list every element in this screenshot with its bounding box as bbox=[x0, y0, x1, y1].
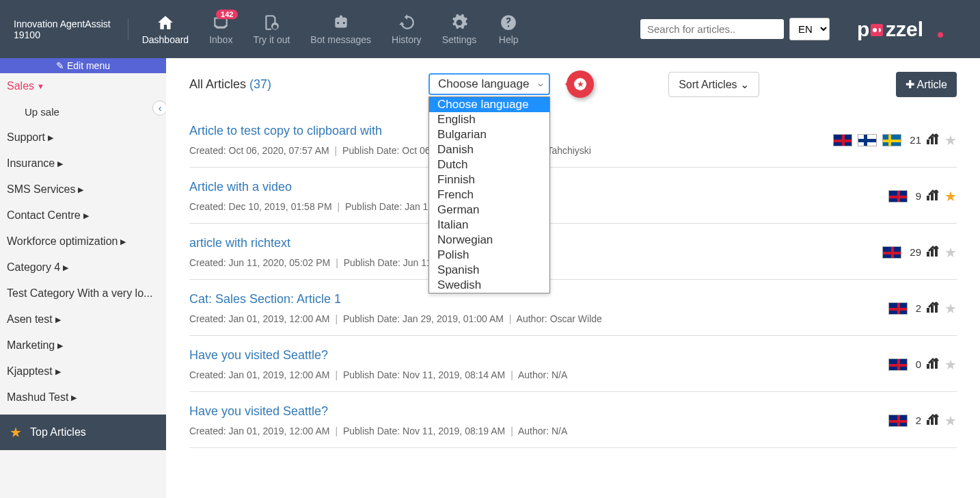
sidebar-item[interactable]: SMS Services▶ bbox=[0, 176, 166, 202]
gear-icon bbox=[448, 14, 471, 31]
svg-rect-21 bbox=[931, 417, 934, 425]
plus-icon: ✚ bbox=[906, 79, 917, 90]
chart-icon[interactable] bbox=[927, 358, 939, 371]
sidebar-item[interactable]: Up sale bbox=[0, 99, 166, 124]
nav-label: Try it out bbox=[253, 34, 290, 45]
svg-point-4 bbox=[938, 32, 943, 38]
sidebar-item[interactable]: Kjapptest▶ bbox=[0, 358, 166, 384]
view-count: 9 bbox=[916, 190, 921, 202]
sidebar-item[interactable]: Mashud Test▶ bbox=[0, 384, 166, 410]
language-option[interactable]: German bbox=[429, 202, 549, 218]
sidebar-item[interactable]: Test Category With a very lo... bbox=[0, 280, 166, 306]
article-stats: 2★ bbox=[888, 412, 957, 429]
search-input-wrap[interactable] bbox=[640, 19, 784, 39]
edit-menu-label: Edit menu bbox=[67, 60, 110, 71]
top-articles-label: Top Articles bbox=[30, 426, 86, 438]
sidebar-item[interactable]: Workforce optimization▶ bbox=[0, 228, 166, 254]
language-option[interactable]: English bbox=[429, 112, 549, 127]
brand-label: Innovation AgentAssist 19100 bbox=[14, 18, 128, 40]
nav-inbox[interactable]: 142 Inbox bbox=[209, 14, 232, 45]
nav-help[interactable]: Help bbox=[497, 14, 520, 45]
nav-label: Settings bbox=[442, 34, 477, 45]
article-stats: 29★ bbox=[882, 244, 957, 261]
nav-history[interactable]: History bbox=[392, 14, 422, 45]
flag-uk-icon bbox=[888, 302, 908, 315]
main-header: All Articles (37) Choose language Choose… bbox=[189, 70, 957, 98]
top-articles-button[interactable]: ★ Top Articles bbox=[0, 415, 166, 450]
search-input[interactable] bbox=[647, 23, 777, 35]
svg-point-2 bbox=[873, 28, 877, 32]
view-count: 0 bbox=[916, 358, 921, 370]
pencil-icon: ✎ bbox=[56, 60, 64, 71]
nav-dashboard[interactable]: Dashboard bbox=[142, 14, 189, 45]
nav-label: Help bbox=[499, 34, 519, 45]
language-option[interactable]: Choose language bbox=[429, 97, 549, 112]
language-option[interactable]: Italian bbox=[429, 218, 549, 233]
svg-rect-17 bbox=[927, 364, 929, 369]
chart-icon[interactable] bbox=[927, 414, 939, 428]
language-option[interactable]: Polish bbox=[429, 248, 549, 263]
star-toggle[interactable]: ★ bbox=[944, 300, 957, 317]
chart-icon[interactable] bbox=[927, 246, 939, 259]
flag-uk-icon bbox=[833, 134, 852, 146]
language-option[interactable]: French bbox=[429, 187, 549, 202]
language-option[interactable]: Danish bbox=[429, 142, 549, 157]
flag-se-icon bbox=[882, 134, 901, 146]
chevron-left-icon: ‹ bbox=[159, 103, 162, 114]
caret-down-icon: ▼ bbox=[37, 82, 44, 90]
star-toggle[interactable]: ★ bbox=[944, 356, 957, 373]
caret-right-icon: ▶ bbox=[83, 211, 89, 220]
puzzel-logo: p zzel bbox=[857, 17, 966, 42]
sidebar-item[interactable]: Marketing▶ bbox=[0, 332, 166, 358]
nav-label: Bot messages bbox=[310, 34, 371, 45]
svg-rect-15 bbox=[931, 305, 934, 313]
article-stats: 21★ bbox=[833, 132, 957, 148]
edit-menu-button[interactable]: ✎ Edit menu bbox=[0, 58, 166, 73]
sort-articles-button[interactable]: Sort Articles ⌄ bbox=[668, 72, 759, 97]
nav-settings[interactable]: Settings bbox=[442, 14, 477, 45]
sidebar-item[interactable]: Sales▼ bbox=[0, 73, 166, 99]
svg-rect-14 bbox=[927, 308, 929, 313]
top-navbar: Innovation AgentAssist 19100 Dashboard 1… bbox=[0, 0, 980, 58]
flag-uk-icon bbox=[888, 190, 908, 202]
caret-right-icon: ▶ bbox=[57, 159, 63, 168]
article-title-link[interactable]: Cat: Sales Section: Article 1 bbox=[189, 292, 888, 306]
caret-right-icon: ▶ bbox=[78, 185, 83, 194]
chart-icon[interactable] bbox=[927, 133, 939, 147]
language-option[interactable]: Finnish bbox=[429, 172, 549, 187]
nav-tryitout[interactable]: Try it out bbox=[253, 14, 290, 45]
sidebar-item[interactable]: Insurance▶ bbox=[0, 150, 166, 176]
article-title-link[interactable]: Have you visited Seattle? bbox=[189, 348, 888, 363]
star-toggle[interactable]: ★ bbox=[944, 132, 957, 148]
sidebar-item[interactable]: Asen test▶ bbox=[0, 306, 166, 332]
star-icon: ★ bbox=[10, 424, 22, 441]
language-option[interactable]: Bulgarian bbox=[429, 127, 549, 142]
sidebar-item[interactable]: Category 4▶ bbox=[0, 254, 166, 280]
flag-uk-icon bbox=[888, 358, 908, 371]
chart-icon[interactable] bbox=[927, 302, 939, 315]
nav-botmessages[interactable]: Bot messages bbox=[310, 14, 371, 45]
language-option[interactable]: Spanish bbox=[429, 263, 549, 278]
star-icon: ★ bbox=[577, 79, 584, 89]
article-title-link[interactable]: Have you visited Seattle? bbox=[189, 404, 888, 419]
ui-lang-select[interactable]: EN bbox=[789, 18, 830, 40]
sidebar-item[interactable]: Contact Centre▶ bbox=[0, 202, 166, 228]
add-article-button[interactable]: ✚ Article bbox=[896, 72, 957, 97]
sort-label: Sort Articles bbox=[679, 79, 737, 90]
sidebar-item[interactable]: Support▶ bbox=[0, 124, 166, 150]
language-option[interactable]: Swedish bbox=[429, 278, 549, 293]
star-toggle[interactable]: ★ bbox=[944, 188, 957, 205]
chart-icon[interactable] bbox=[927, 189, 939, 203]
language-option[interactable]: Norwegian bbox=[429, 233, 549, 248]
star-toggle[interactable]: ★ bbox=[944, 412, 957, 429]
language-filter-wrap: Choose language Choose languageEnglishBu… bbox=[428, 73, 550, 95]
history-icon bbox=[395, 14, 418, 31]
view-count: 2 bbox=[916, 302, 921, 314]
brand-line2: 19100 bbox=[14, 29, 111, 40]
language-option[interactable]: Dutch bbox=[429, 157, 549, 172]
title-text: All Articles bbox=[189, 77, 246, 91]
language-filter-select[interactable]: Choose language bbox=[428, 73, 550, 95]
sidebar-collapse-button[interactable]: ‹ bbox=[152, 101, 166, 116]
article-row: Article to test copy to clipboard withCr… bbox=[189, 112, 957, 168]
star-toggle[interactable]: ★ bbox=[944, 244, 957, 261]
